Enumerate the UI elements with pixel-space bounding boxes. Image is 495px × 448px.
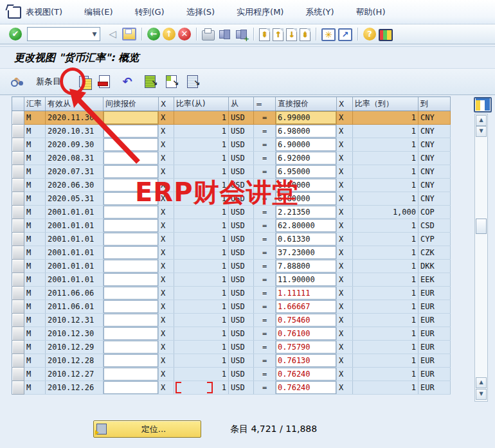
indirect-quote-cell[interactable] [104, 192, 159, 206]
header-direct-quote[interactable]: 直接报价 [276, 97, 337, 111]
scroll-up-icon[interactable]: ▲ [476, 115, 487, 126]
ratio-from-cell[interactable]: 1 [174, 260, 229, 273]
save-icon[interactable] [122, 28, 136, 40]
print-icon[interactable] [202, 30, 215, 40]
direct-quote-cell[interactable]: 0.75460 [276, 314, 337, 327]
indirect-quote-cell[interactable] [104, 219, 159, 233]
direct-quote-cell[interactable]: 6.99000 [276, 111, 337, 125]
display-change-icon[interactable] [10, 75, 26, 89]
indirect-quote-cell[interactable] [104, 138, 159, 152]
direct-quote-cell[interactable]: 0.61330 [276, 233, 337, 246]
direct-quote-cell[interactable]: 6.92000 [276, 152, 337, 165]
menu-edit[interactable]: 编辑(E) [82, 5, 115, 19]
new-entries-button[interactable]: 新条目 [32, 75, 65, 89]
row-selector[interactable] [12, 287, 24, 300]
direct-quote-cell[interactable]: 0.76130 [276, 354, 337, 368]
select-block-icon[interactable] [166, 75, 177, 88]
ratio-from-cell[interactable]: 1 [174, 300, 229, 314]
indirect-quote-cell[interactable] [104, 341, 159, 354]
menu-goto[interactable]: 转到(G) [132, 5, 166, 19]
row-selector[interactable] [12, 368, 24, 381]
direct-quote-cell[interactable]: 1.11111 [276, 287, 337, 300]
system-menu-icon[interactable] [8, 6, 21, 19]
header-indirect-quote[interactable]: 间接报价 [104, 97, 159, 111]
first-page-icon[interactable] [259, 28, 270, 41]
direct-quote-cell[interactable]: 37.23000 [276, 246, 337, 260]
header-rate-type[interactable]: 汇率 [24, 97, 46, 111]
indirect-quote-cell[interactable] [104, 354, 159, 368]
row-selector[interactable] [12, 165, 24, 179]
header-x1[interactable]: X [159, 97, 174, 111]
ratio-from-cell[interactable]: 1 [174, 314, 229, 327]
ratio-from-cell[interactable]: 1 [174, 233, 229, 246]
direct-quote-cell[interactable]: 0.76100 [276, 327, 337, 341]
row-selector[interactable] [12, 219, 24, 233]
indirect-quote-cell[interactable] [104, 206, 159, 219]
menu-table-view[interactable]: 表视图(T) [23, 5, 65, 19]
find-icon[interactable] [217, 27, 231, 41]
header-selector[interactable] [12, 97, 24, 111]
indirect-quote-cell[interactable] [104, 246, 159, 260]
ratio-from-cell[interactable]: 1 [174, 354, 229, 368]
menu-help[interactable]: 帮助(H) [354, 5, 388, 19]
direct-quote-cell[interactable]: 0.76240 [276, 381, 337, 395]
ratio-from-cell[interactable]: 1 [174, 192, 229, 206]
indirect-quote-cell[interactable] [104, 368, 159, 381]
indirect-quote-cell[interactable] [104, 111, 159, 125]
ratio-to-cell[interactable]: 1 [353, 246, 419, 260]
menu-system[interactable]: 系统(Y) [303, 5, 336, 19]
ratio-to-cell[interactable]: 1 [353, 287, 419, 300]
row-selector[interactable] [12, 206, 24, 219]
ratio-to-cell[interactable]: 1 [353, 233, 419, 246]
ratio-from-cell[interactable]: 1 [174, 287, 229, 300]
vertical-scrollbar[interactable]: ▲ ▼ ▲ ▼ [474, 114, 488, 402]
header-equals[interactable]: = [254, 97, 276, 111]
indirect-quote-cell[interactable] [104, 165, 159, 179]
ratio-from-cell[interactable]: 1 [174, 152, 229, 165]
direct-quote-cell[interactable]: 6.90000 [276, 138, 337, 152]
header-ratio-to[interactable]: 比率（到） [353, 97, 419, 111]
ratio-from-cell[interactable]: 1 [174, 138, 229, 152]
back-icon[interactable] [147, 28, 160, 40]
indirect-quote-cell[interactable] [104, 179, 159, 192]
ratio-to-cell[interactable]: 1 [353, 219, 419, 233]
ratio-from-cell[interactable]: 1 [174, 327, 229, 341]
ratio-to-cell[interactable]: 1 [353, 341, 419, 354]
create-shortcut-icon[interactable] [338, 28, 352, 41]
row-selector[interactable] [12, 233, 24, 246]
direct-quote-cell[interactable]: 1.66667 [276, 300, 337, 314]
ratio-to-cell[interactable]: 1 [353, 138, 419, 152]
select-all-icon[interactable] [145, 75, 156, 88]
ratio-to-cell[interactable]: 1 [353, 354, 419, 368]
collapse-icon[interactable] [105, 27, 120, 41]
exit-icon[interactable] [163, 28, 176, 40]
row-selector[interactable] [12, 111, 24, 125]
indirect-quote-cell[interactable] [104, 260, 159, 273]
next-page-icon[interactable] [286, 28, 297, 41]
row-selector[interactable] [12, 381, 24, 395]
indirect-quote-cell[interactable] [104, 314, 159, 327]
row-selector[interactable] [12, 246, 24, 260]
command-field[interactable]: ▼ [27, 27, 100, 41]
ratio-to-cell[interactable]: 1 [353, 260, 419, 273]
row-selector[interactable] [12, 354, 24, 368]
indirect-quote-cell[interactable] [104, 152, 159, 165]
row-selector[interactable] [12, 300, 24, 314]
scroll-down-icon[interactable]: ▼ [476, 126, 487, 137]
find-next-icon[interactable] [234, 27, 248, 41]
header-ratio-from[interactable]: 比率(从) [174, 97, 229, 111]
row-selector[interactable] [12, 192, 24, 206]
ratio-to-cell[interactable]: 1 [353, 111, 419, 125]
copy-as-icon[interactable] [79, 76, 89, 87]
ratio-to-cell[interactable]: 1 [353, 192, 419, 206]
scroll-page-down-icon[interactable]: ▼ [476, 389, 487, 400]
scrollbar-thumb[interactable] [476, 219, 487, 234]
indirect-quote-cell[interactable] [104, 125, 159, 138]
new-session-icon[interactable] [321, 28, 336, 41]
row-selector[interactable] [12, 125, 24, 138]
ratio-to-cell[interactable]: 1 [353, 381, 419, 395]
header-x2[interactable]: X [337, 97, 353, 111]
undo-icon[interactable] [120, 75, 134, 89]
ratio-to-cell[interactable]: 1 [353, 179, 419, 192]
ratio-from-cell[interactable]: 1 [174, 341, 229, 354]
